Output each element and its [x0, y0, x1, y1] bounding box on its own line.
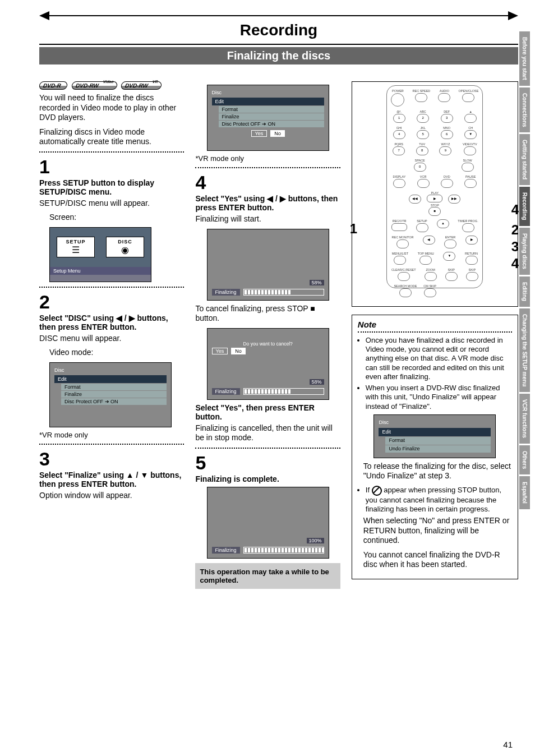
badge-dvd-r: DVD-R [39, 81, 68, 90]
note-2: When you insert a DVD-RW disc finalized … [366, 384, 512, 411]
page-title: Recording [39, 21, 518, 39]
intro-2: Finalizing discs in Video mode automatic… [39, 127, 184, 147]
header-rule-mid [39, 44, 518, 45]
tab-connections[interactable]: Connections [519, 87, 530, 133]
remote-body: POWER REC SPEED AUDIO OPEN/CLOSE @!.1 AB… [386, 85, 483, 288]
prohibit-icon [372, 486, 382, 496]
step-1-number: 1 [39, 157, 184, 176]
step-2-label: Video mode: [49, 348, 184, 358]
cancel-screen: Do you want to cancel? YesNo 58% Finaliz… [207, 328, 329, 400]
page-number: 41 [503, 740, 513, 749]
menu-item-disc-protect: Disc Protect OFF ➔ ON [61, 398, 167, 405]
option-no: No [270, 130, 285, 137]
callout-r3: 3 [511, 239, 519, 255]
step-1-title: Press SETUP button to display SETUP/DISC… [39, 178, 184, 196]
note-3c: When selecting "No" and press ENTER or R… [363, 516, 512, 546]
tab-changing-setup[interactable]: Changing the SETUP menu [519, 308, 530, 392]
section-subtitle: Finalizing the discs [39, 47, 518, 64]
note-3a: To release the finalizing for the disc, … [363, 462, 512, 481]
note-1: Once you have finalized a disc recorded … [366, 336, 512, 381]
tab-vcr-functions[interactable]: VCR functions [519, 394, 530, 444]
setup-menu-screen: SETUP☰ DISC◉ Setup Menu [49, 227, 151, 282]
tab-espanol[interactable]: Español [519, 476, 530, 509]
vr-mode-note-2: *VR mode only [195, 154, 340, 163]
step-3-title: Select "Finalize" using ▲ / ▼ buttons, t… [39, 471, 184, 488]
tab-recording[interactable]: Recording [519, 187, 530, 225]
badge-dvd-rw-video: DVD-RWVideo [71, 81, 118, 90]
select-yes-line: Finalizing is cancelled, then the unit w… [195, 423, 340, 443]
step-5-number: 5 [195, 453, 340, 472]
tab-others[interactable]: Others [519, 445, 530, 474]
disc-menu-screen: Disc Edit Format Finalize Disc Protect O… [49, 362, 172, 427]
callout-r2: 2 [511, 222, 519, 238]
note-heading: Note [358, 320, 512, 330]
step-1-line: SETUP/DISC menu will appear. [39, 199, 184, 209]
select-yes-title: Select "Yes", then press ENTER button. [195, 403, 340, 421]
note-3d: You cannot cancel finalizing the DVD-R d… [363, 550, 512, 570]
option-yes: Yes [251, 130, 268, 137]
remote-diagram: 1 4 2 3 4 POWER REC SPEED AUDIO OPEN/CLO… [352, 81, 518, 307]
column-2: Disc Edit Format Finalize Disc Protect O… [195, 81, 340, 589]
header-rule-top [39, 11, 518, 20]
vr-mode-note-1: *VR mode only [39, 431, 184, 439]
tab-getting-started[interactable]: Getting started [519, 134, 530, 185]
disc-badges: DVD-R DVD-RWVideo DVD-RWVR [39, 81, 184, 90]
step-2-title: Select "DISC" using ◀ / ▶ buttons, then … [39, 314, 184, 331]
setup-menu-footer: Setup Menu [50, 267, 151, 275]
finalizing-screen-1: 58% Finalizing [207, 229, 329, 301]
cancel-line: To cancel finalizing, press STOP ■ butto… [195, 304, 340, 324]
column-3: 1 4 2 3 4 POWER REC SPEED AUDIO OPEN/CLO… [352, 81, 518, 589]
highlight-note: This operation may take a while to be co… [195, 563, 340, 589]
step-4-number: 4 [195, 173, 340, 192]
badge-dvd-rw-vr: DVD-RWVR [121, 81, 162, 90]
note-box: Note Once you have finalized a disc reco… [352, 315, 518, 579]
step-2-number: 2 [39, 292, 184, 311]
step-1-label: Screen: [49, 213, 184, 223]
side-tabs: Before you start Connections Getting sta… [519, 31, 535, 511]
column-1: DVD-R DVD-RWVideo DVD-RWVR You will need… [39, 81, 184, 589]
menu-item-edit: Edit [54, 375, 167, 383]
note-3b: If appear when pressing STOP button, you… [366, 486, 512, 514]
intro-1: You will need to finalize the discs reco… [39, 93, 184, 123]
callout-1: 1 [350, 221, 357, 237]
tab-before-you-start[interactable]: Before you start [519, 31, 530, 86]
step-4-line: Finalizing will start. [195, 214, 340, 224]
callout-r1: 4 [511, 202, 519, 218]
step-5-title: Finalizing is complete. [195, 474, 340, 483]
tab-editing[interactable]: Editing [519, 276, 530, 307]
undo-finalize-screen: Disc Edit Format Undo Finalize [373, 414, 496, 458]
step-3-number: 3 [39, 449, 184, 468]
menu-item-finalize: Finalize [61, 391, 167, 398]
finalizing-screen-2: 100% Finalizing [207, 487, 329, 559]
step-3-line: Option window will appear. [39, 491, 184, 501]
callout-r4: 4 [511, 256, 519, 271]
option-window-screen: Disc Edit Format Finalize Disc Protect O… [207, 85, 329, 151]
disc-tile: DISC◉ [106, 237, 144, 257]
step-4-title: Select "Yes" using ◀ / ▶ buttons, then p… [195, 194, 340, 212]
setup-tile: SETUP☰ [57, 237, 95, 257]
tab-playing-discs[interactable]: Playing discs [519, 228, 530, 275]
step-2-line: DISC menu will appear. [39, 334, 184, 344]
menu-item-format: Format [61, 384, 167, 390]
